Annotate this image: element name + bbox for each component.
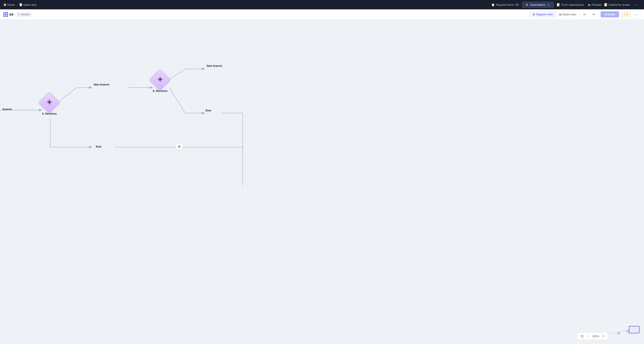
else-label-1: Else	[96, 145, 102, 148]
zoom-fit-button[interactable]: ⊡	[580, 334, 584, 339]
submit-review-button[interactable]: 📝 Submit for review	[604, 3, 630, 6]
new-branch-label-1: New branch	[94, 83, 110, 86]
topbar-actions: ▶ Preview 📝 Submit for review ⋯	[588, 1, 640, 8]
canvas-connections	[0, 19, 644, 344]
topbar-left: 🏠 Home › 📄 auteur-test	[4, 3, 486, 6]
topbar-nav: 📋 Request forms 1 ⚡ Automations 1 📝 Form…	[488, 2, 587, 8]
diagram-canvas: branch 5. Decision New branch	[0, 19, 644, 344]
partial-branch-label: branch	[2, 108, 12, 111]
svg-line-10	[169, 88, 185, 113]
decision-5-diamond[interactable]	[38, 92, 60, 114]
doc-icon: 📄	[19, 3, 22, 6]
diagram-icon: ⊞	[532, 13, 535, 16]
warn-icon: ⚠	[623, 13, 626, 16]
new-branch-label-2: New branch	[206, 64, 222, 67]
decision-6-diamond[interactable]	[149, 69, 171, 91]
toolbar-right: ↩ ↪ Activate ⚠ 4 ⋯	[581, 11, 640, 18]
preview-button[interactable]: ▶ Preview	[588, 3, 602, 6]
delete-button[interactable]: 🗑	[176, 143, 183, 150]
zoom-controls: ⊡ − 120% +	[578, 333, 608, 340]
preview-icon: ▶	[588, 3, 590, 6]
home-link[interactable]: 🏠 Home	[4, 3, 15, 6]
status-label: Inactive	[21, 13, 30, 16]
decision-6-node[interactable]: 6. Decision	[152, 72, 168, 92]
project-link[interactable]: 📄 auteur-test	[19, 3, 36, 6]
decision-5-node[interactable]: 5. Decision	[42, 95, 57, 115]
form-submissions-icon: 📝	[557, 3, 560, 6]
svg-line-8	[169, 69, 185, 80]
redo-button[interactable]: ↪	[590, 11, 597, 18]
submit-icon: 📝	[604, 3, 608, 6]
logo-grid-icon	[4, 12, 8, 17]
decision-6-icon	[158, 77, 163, 83]
trash-icon: 🗑	[178, 145, 181, 148]
else-label-2: Else	[206, 109, 211, 112]
app-name-label: as	[9, 12, 14, 16]
more-options-button[interactable]: ⋯	[632, 1, 640, 8]
svg-point-17	[160, 79, 161, 80]
tab-automations[interactable]: ⚡ Automations 1	[522, 2, 554, 8]
minimap	[611, 324, 640, 341]
secondary-toolbar: as ⏱ Inactive ⊞ Diagram view ▤ Board vie…	[0, 9, 644, 19]
tab-request-forms[interactable]: 📋 Request forms 1	[488, 2, 522, 8]
diagram-view-button[interactable]: ⊞ Diagram view	[530, 11, 556, 17]
view-toggle-group: ⊞ Diagram view ▤ Board view	[530, 11, 580, 18]
request-forms-badge: 1	[515, 3, 519, 6]
zoom-out-button[interactable]: −	[586, 334, 590, 339]
status-badge: ⏱ Inactive	[15, 12, 32, 17]
automations-icon: ⚡	[525, 3, 528, 6]
warning-badge[interactable]: ⚠ 4	[621, 11, 630, 17]
svg-point-16	[49, 101, 50, 103]
activate-button[interactable]: Activate	[600, 11, 619, 17]
home-icon: 🏠	[4, 3, 6, 6]
toolbar-left: as ⏱ Inactive	[4, 12, 528, 17]
zoom-level: 120%	[592, 335, 600, 338]
view-toggle: ⊞ Diagram view ▤ Board view	[530, 11, 580, 18]
topbar: 🏠 Home › 📄 auteur-test 📋 Request forms 1…	[0, 0, 644, 9]
automations-badge: 1	[547, 3, 550, 6]
breadcrumb-sep: ›	[16, 3, 18, 6]
tab-form-submissions[interactable]: 📝 Form submissions	[554, 2, 587, 8]
toolbar-more-button[interactable]: ⋯	[632, 11, 640, 18]
clock-icon: ⏱	[18, 13, 20, 16]
decision-5-icon	[47, 99, 52, 106]
zoom-in-button[interactable]: +	[601, 334, 606, 339]
minimap-viewport	[629, 326, 640, 333]
undo-button[interactable]: ↩	[581, 11, 588, 18]
board-icon: ▤	[559, 13, 562, 16]
app-logo: as	[4, 12, 14, 17]
board-view-button[interactable]: ▤ Board view	[556, 11, 579, 17]
svg-line-1	[58, 88, 77, 103]
request-forms-icon: 📋	[491, 3, 495, 6]
